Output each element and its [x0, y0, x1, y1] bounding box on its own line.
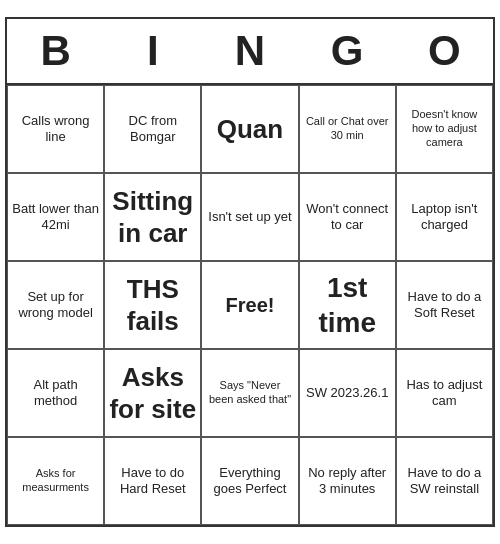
bingo-cell-4[interactable]: Doesn't know how to adjust camera	[396, 85, 493, 173]
bingo-cell-11[interactable]: THS fails	[104, 261, 201, 349]
bingo-cell-23[interactable]: No reply after 3 minutes	[299, 437, 396, 525]
bingo-cell-7[interactable]: Isn't set up yet	[201, 173, 298, 261]
bingo-cell-19[interactable]: Has to adjust cam	[396, 349, 493, 437]
bingo-cell-8[interactable]: Won't connect to car	[299, 173, 396, 261]
title-letter-o: O	[408, 27, 480, 75]
bingo-grid: Calls wrong lineDC from BomgarQuanCall o…	[7, 85, 493, 525]
bingo-cell-14[interactable]: Have to do a Soft Reset	[396, 261, 493, 349]
bingo-cell-5[interactable]: Batt lower than 42mi	[7, 173, 104, 261]
bingo-cell-24[interactable]: Have to do a SW reinstall	[396, 437, 493, 525]
bingo-cell-1[interactable]: DC from Bomgar	[104, 85, 201, 173]
title-letter-n: N	[214, 27, 286, 75]
bingo-cell-17[interactable]: Says "Never been asked that"	[201, 349, 298, 437]
bingo-cell-10[interactable]: Set up for wrong model	[7, 261, 104, 349]
bingo-cell-13[interactable]: 1st time	[299, 261, 396, 349]
bingo-cell-16[interactable]: Asks for site	[104, 349, 201, 437]
bingo-cell-0[interactable]: Calls wrong line	[7, 85, 104, 173]
bingo-cell-9[interactable]: Laptop isn't charged	[396, 173, 493, 261]
bingo-cell-6[interactable]: Sitting in car	[104, 173, 201, 261]
bingo-cell-21[interactable]: Have to do Hard Reset	[104, 437, 201, 525]
bingo-cell-3[interactable]: Call or Chat over 30 min	[299, 85, 396, 173]
title-letter-i: I	[117, 27, 189, 75]
bingo-title: BINGO	[7, 19, 493, 85]
bingo-cell-22[interactable]: Everything goes Perfect	[201, 437, 298, 525]
title-letter-g: G	[311, 27, 383, 75]
bingo-cell-12[interactable]: Free!	[201, 261, 298, 349]
bingo-cell-18[interactable]: SW 2023.26.1	[299, 349, 396, 437]
bingo-cell-2[interactable]: Quan	[201, 85, 298, 173]
bingo-card: BINGO Calls wrong lineDC from BomgarQuan…	[5, 17, 495, 527]
bingo-cell-15[interactable]: Alt path method	[7, 349, 104, 437]
title-letter-b: B	[20, 27, 92, 75]
bingo-cell-20[interactable]: Asks for measurments	[7, 437, 104, 525]
